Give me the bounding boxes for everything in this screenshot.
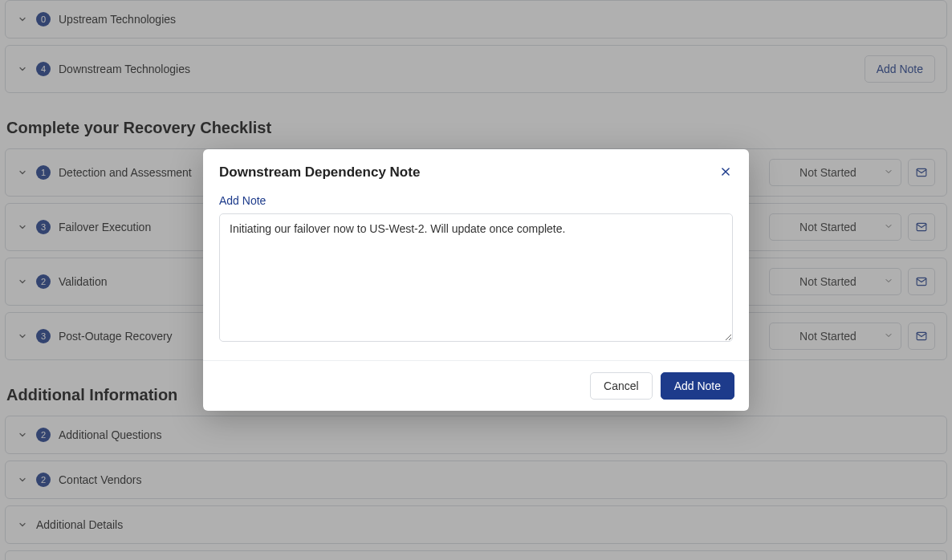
note-textarea[interactable] <box>219 213 733 342</box>
cancel-button[interactable]: Cancel <box>590 372 653 400</box>
add-note-modal: Downstream Dependency Note Add Note Canc… <box>203 149 749 411</box>
modal-note-label: Add Note <box>219 194 733 207</box>
add-note-button[interactable]: Add Note <box>661 372 734 400</box>
close-icon[interactable] <box>718 164 733 181</box>
modal-title: Downstream Dependency Note <box>219 164 420 181</box>
modal-overlay[interactable]: Downstream Dependency Note Add Note Canc… <box>0 0 952 560</box>
